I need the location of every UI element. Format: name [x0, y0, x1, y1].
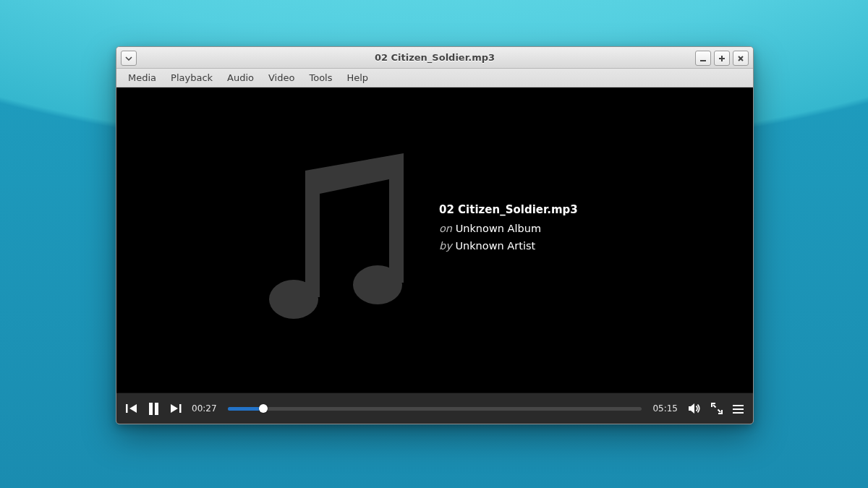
album-name: Unknown Album — [456, 223, 541, 234]
seek-thumb[interactable] — [259, 404, 268, 413]
volume-button[interactable] — [688, 403, 701, 414]
svg-point-2 — [353, 265, 402, 304]
previous-button[interactable] — [126, 403, 138, 414]
pause-icon — [148, 403, 159, 415]
album-prefix: on — [439, 223, 456, 234]
artist-name: Unknown Artist — [455, 240, 535, 252]
close-icon — [737, 55, 744, 62]
skip-next-icon — [169, 403, 182, 414]
fullscreen-button[interactable] — [711, 403, 723, 414]
seek-bar[interactable] — [228, 403, 642, 414]
svg-rect-7 — [733, 405, 744, 406]
svg-rect-3 — [126, 404, 128, 413]
svg-rect-6 — [179, 404, 182, 413]
menu-media[interactable]: Media — [121, 70, 163, 85]
maximize-button[interactable] — [714, 51, 730, 66]
skip-previous-icon — [126, 403, 138, 414]
artist-prefix: by — [439, 240, 455, 252]
seek-track — [228, 407, 642, 411]
now-playing-metadata: 02 Citizen_Soldier.mp3 on Unknown Album … — [439, 201, 578, 255]
music-note-icon — [265, 142, 420, 341]
fullscreen-icon — [711, 403, 723, 414]
album-line: on Unknown Album — [439, 220, 578, 238]
svg-rect-5 — [155, 403, 158, 415]
svg-point-1 — [269, 280, 318, 319]
video-area: 02 Citizen_Soldier.mp3 on Unknown Album … — [116, 87, 753, 393]
desktop: 02 Citizen_Soldier.mp3 Media Playback Au… — [0, 0, 868, 488]
playlist-icon — [733, 404, 744, 414]
menu-tools[interactable]: Tools — [302, 70, 339, 85]
close-button[interactable] — [733, 51, 749, 66]
media-player-window: 02 Citizen_Soldier.mp3 Media Playback Au… — [116, 46, 754, 424]
window-title: 02 Citizen_Soldier.mp3 — [116, 52, 753, 63]
titlebar: 02 Citizen_Soldier.mp3 — [116, 47, 753, 69]
menubar: Media Playback Audio Video Tools Help — [116, 69, 753, 87]
track-title: 02 Citizen_Soldier.mp3 — [439, 201, 578, 220]
menu-help[interactable]: Help — [339, 70, 375, 85]
window-menu-button[interactable] — [121, 51, 137, 66]
total-time: 05:15 — [652, 403, 678, 414]
artist-line: by Unknown Artist — [439, 237, 578, 255]
svg-rect-0 — [700, 60, 706, 61]
playlist-button[interactable] — [733, 404, 744, 414]
svg-rect-9 — [733, 412, 744, 414]
minimize-icon — [699, 55, 707, 62]
chevron-down-icon — [125, 56, 132, 61]
seek-fill — [228, 407, 263, 411]
menu-audio[interactable]: Audio — [220, 70, 261, 85]
play-pause-button[interactable] — [148, 403, 159, 415]
current-time: 00:27 — [192, 403, 218, 414]
svg-rect-8 — [733, 408, 744, 410]
next-button[interactable] — [169, 403, 182, 414]
maximize-icon — [718, 55, 726, 62]
player-controls: 00:27 05:15 — [116, 393, 753, 424]
menu-playback[interactable]: Playback — [163, 70, 220, 85]
minimize-button[interactable] — [695, 51, 711, 66]
menu-video[interactable]: Video — [261, 70, 302, 85]
svg-rect-4 — [149, 403, 153, 415]
volume-icon — [688, 403, 701, 414]
